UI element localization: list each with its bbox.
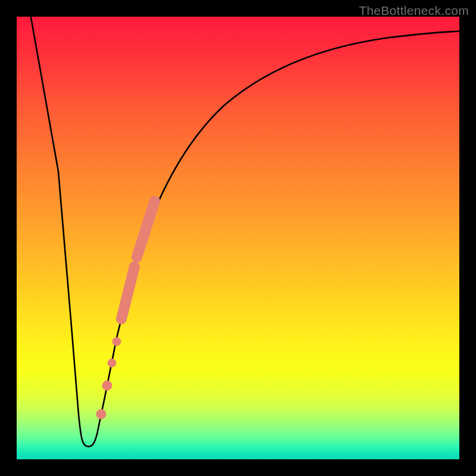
bottleneck-curve bbox=[30, 17, 459, 446]
marker-dot bbox=[102, 381, 112, 390]
marker-segment bbox=[121, 267, 134, 319]
plot-area bbox=[17, 17, 459, 459]
marker-group bbox=[96, 201, 155, 419]
curve-layer bbox=[17, 17, 459, 459]
marker-dot bbox=[108, 359, 116, 367]
marker-segment bbox=[137, 201, 155, 257]
marker-dot bbox=[112, 337, 121, 346]
marker-dot bbox=[96, 409, 106, 419]
watermark-text: TheBottleneck.com bbox=[359, 4, 469, 18]
chart-frame: TheBottleneck.com bbox=[0, 0, 476, 476]
